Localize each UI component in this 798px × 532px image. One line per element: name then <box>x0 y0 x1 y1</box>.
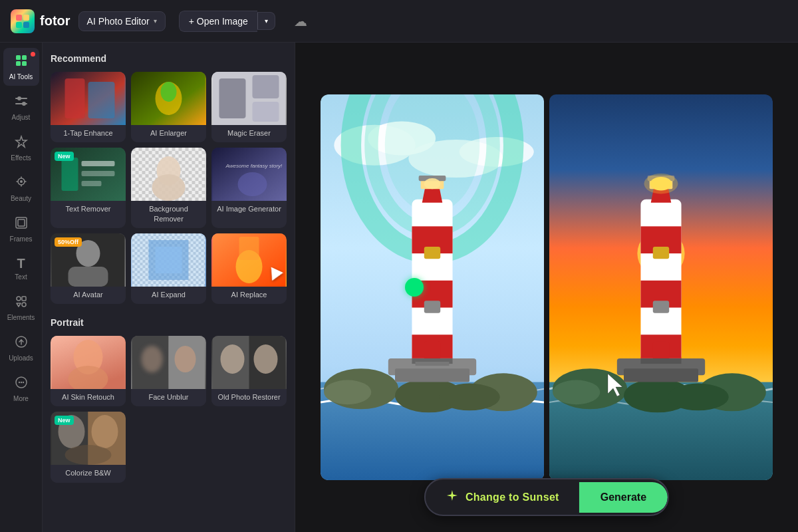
svg-point-53 <box>238 172 267 196</box>
tool-text-remover-label: Text Remover <box>51 201 126 218</box>
logo-area: fotor <box>11 9 70 33</box>
sidebar-item-beauty[interactable]: Beauty <box>3 170 39 207</box>
sidebar-item-elements-label: Elements <box>7 314 35 321</box>
sidebar-item-ai-tools[interactable]: AI Tools <box>3 48 39 86</box>
tool-1tap-enhance[interactable]: 1-Tap Enhance <box>51 72 126 142</box>
tool-colorize[interactable]: New Colorize B&W <box>51 412 126 482</box>
beauty-icon <box>14 175 29 193</box>
sidebar-item-more-label: More <box>13 395 29 402</box>
image-right <box>549 94 773 480</box>
svg-point-26 <box>18 382 19 383</box>
svg-rect-66 <box>239 237 259 260</box>
svg-point-120 <box>668 384 729 411</box>
change-to-sunset-label: Change to Sunset <box>466 491 559 503</box>
svg-rect-19 <box>18 219 25 226</box>
sidebar-item-uploads[interactable]: Uploads <box>3 329 39 367</box>
svg-point-9 <box>17 96 21 100</box>
svg-point-73 <box>175 346 196 372</box>
tool-ai-avatar[interactable]: 50%Off AI Avatar <box>51 233 126 304</box>
portrait-section-title: Portrait <box>51 317 287 328</box>
app-selector-chevron: ▾ <box>154 17 157 25</box>
sidebar-item-adjust[interactable]: Adjust <box>3 88 39 126</box>
tool-ai-gen-label: AI Image Generator <box>211 201 287 218</box>
portrait-tools-grid: AI Skin Retouch Face Unblur <box>51 336 287 483</box>
image-left <box>321 94 544 480</box>
app-selector[interactable]: AI Photo Editor ▾ <box>78 11 166 31</box>
sidebar-item-text[interactable]: T Text <box>3 251 39 286</box>
svg-rect-133 <box>653 301 669 313</box>
cloud-icon: ☁ <box>294 14 307 29</box>
cloud-button[interactable]: ☁ <box>289 8 313 35</box>
open-image-button-group: + Open Image ▾ <box>179 11 275 32</box>
fotor-logo-icon <box>11 9 35 33</box>
open-image-dropdown[interactable]: ▾ <box>257 12 275 30</box>
more-icon <box>14 375 29 393</box>
svg-rect-6 <box>16 61 21 66</box>
svg-rect-107 <box>424 247 440 259</box>
svg-point-106 <box>424 178 440 189</box>
tool-text-remover[interactable]: New Text Remover <box>51 148 126 228</box>
svg-rect-98 <box>395 368 469 382</box>
tool-old-photo-label: Old Photo Restorer <box>211 389 287 406</box>
recommend-tools-grid: 1-Tap Enhance <box>51 72 287 304</box>
svg-rect-43 <box>82 181 102 186</box>
svg-point-96 <box>439 384 500 411</box>
tool-ai-expand-label: AI Expand <box>131 287 206 304</box>
tool-colorize-label: Colorize B&W <box>51 465 126 482</box>
tool-ai-enlarger[interactable]: AI Enlarger <box>131 72 206 142</box>
sidebar-item-text-label: Text <box>15 273 27 281</box>
effects-icon <box>14 134 29 152</box>
svg-rect-21 <box>22 297 26 301</box>
svg-point-50 <box>152 174 186 201</box>
sidebar-item-more[interactable]: More <box>3 370 39 408</box>
change-to-sunset-button[interactable]: Change to Sunset <box>426 479 579 515</box>
text-remover-badge: New <box>55 152 74 161</box>
svg-rect-38 <box>253 102 279 122</box>
tool-face-unblur-label: Face Unblur <box>131 389 206 406</box>
svg-point-77 <box>254 344 278 374</box>
tool-ai-expand[interactable]: AI Expand <box>131 233 206 304</box>
svg-point-72 <box>142 346 163 372</box>
svg-rect-0 <box>16 15 22 21</box>
tool-magic-eraser[interactable]: Magic Eraser <box>211 72 287 142</box>
svg-point-27 <box>20 382 21 383</box>
svg-rect-4 <box>16 55 21 60</box>
tool-ai-gen[interactable]: Awesome fantasy story! AI Image Generato… <box>211 148 287 228</box>
svg-rect-132 <box>653 247 669 259</box>
open-image-arrow-icon: ▾ <box>265 17 268 25</box>
tool-magic-eraser-label: Magic Eraser <box>211 125 287 142</box>
svg-rect-41 <box>82 161 115 166</box>
tool-bg-remover[interactable]: Background Remover <box>131 148 206 228</box>
svg-point-81 <box>92 415 118 448</box>
tool-face-unblur[interactable]: Face Unblur <box>131 336 206 406</box>
tool-skin-retouch[interactable]: AI Skin Retouch <box>51 336 126 406</box>
recommend-section-title: Recommend <box>51 53 287 64</box>
sidebar-item-frames-label: Frames <box>10 235 33 243</box>
sidebar-item-beauty-label: Beauty <box>11 195 31 202</box>
sidebar-item-effects-label: Effects <box>11 154 31 162</box>
svg-rect-108 <box>424 301 440 313</box>
header: fotor AI Photo Editor ▾ + Open Image ▾ ☁ <box>0 0 798 43</box>
sidebar-item-effects[interactable]: Effects <box>3 129 39 167</box>
tool-ai-replace[interactable]: AI Replace <box>211 233 287 304</box>
avatar-badge: 50%Off <box>55 237 82 247</box>
svg-rect-22 <box>22 303 26 307</box>
svg-rect-135 <box>640 358 681 364</box>
svg-rect-36 <box>219 78 246 118</box>
svg-rect-111 <box>416 362 450 366</box>
main-area: AI Tools Adjust Effects <box>0 43 798 532</box>
tool-old-photo[interactable]: Old Photo Restorer <box>211 336 287 406</box>
svg-rect-30 <box>65 78 85 118</box>
svg-point-11 <box>22 102 26 106</box>
tools-panel: Recommend <box>43 43 295 532</box>
svg-text:Awesome fantasy story!: Awesome fantasy story! <box>225 163 283 169</box>
tool-ai-enlarger-label: AI Enlarger <box>131 125 206 142</box>
open-image-button[interactable]: + Open Image <box>179 11 257 32</box>
tool-1tap-enhance-label: 1-Tap Enhance <box>51 125 126 142</box>
svg-rect-7 <box>22 61 27 66</box>
svg-point-13 <box>20 180 23 183</box>
svg-point-34 <box>161 82 177 102</box>
sidebar-item-elements[interactable]: Elements <box>3 289 39 327</box>
sidebar-item-frames[interactable]: Frames <box>3 210 39 248</box>
generate-button[interactable]: Generate <box>579 482 668 513</box>
